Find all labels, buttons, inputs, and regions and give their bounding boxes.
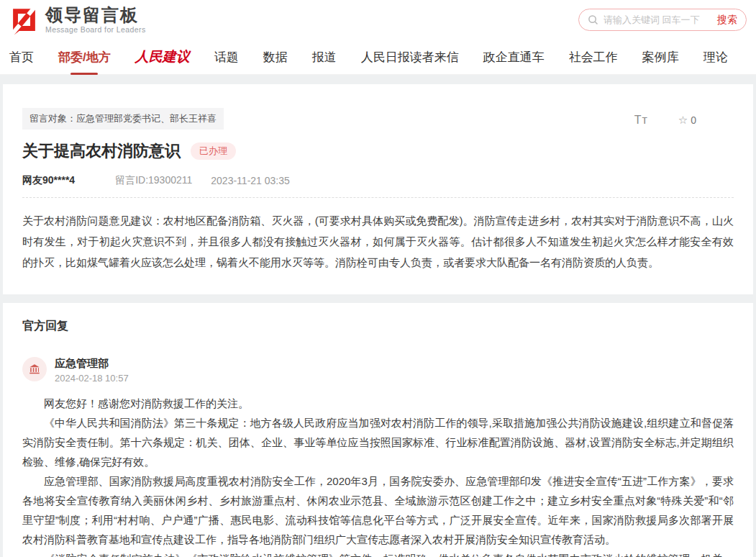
message-title: 关于提高农村消防意识: [22, 140, 181, 162]
message-card: 留言对象：应急管理部党委书记、部长王祥喜 Tᴛ ☆ 0 关于提高农村消防意识 已…: [3, 84, 753, 294]
star-icon: ☆: [678, 114, 688, 127]
status-badge: 已办理: [191, 142, 236, 160]
message-author: 网友90****4: [22, 174, 75, 187]
reply-body: 网友您好！感谢您对消防救援工作的关注。《中华人民共和国消防法》第三十条规定：地方…: [22, 394, 734, 557]
reply-paragraph: 网友您好！感谢您对消防救援工作的关注。: [22, 394, 734, 413]
nav-item-data[interactable]: 数据: [263, 46, 288, 68]
search-box[interactable]: 搜索: [578, 9, 747, 31]
official-reply-card: 官方回复 应急管理部 2024-02-18 10:57 网友您好！感谢您对消防救…: [3, 303, 753, 557]
message-date: 2023-11-21 03:35: [211, 175, 290, 186]
message-board-logo-icon: [9, 5, 39, 35]
font-size-toggle-icon[interactable]: Tᴛ: [634, 114, 648, 127]
divider: [22, 197, 734, 198]
nav-item-home[interactable]: 首页: [9, 46, 34, 68]
reply-paragraph: 《中华人民共和国消防法》第三十条规定：地方各级人民政府应当加强对农村消防工作的领…: [22, 413, 734, 471]
reply-agency-name: 应急管理部: [55, 357, 129, 370]
nav-item-ministries-local[interactable]: 部委/地方: [58, 46, 111, 68]
nav-item-theory[interactable]: 理论: [703, 46, 728, 68]
site-logo[interactable]: 领导留言板 Message Board for Leaders: [9, 5, 146, 35]
agency-avatar: [22, 357, 47, 381]
nav-item-reports[interactable]: 报道: [312, 46, 337, 68]
nav-item-social-work[interactable]: 社会工作: [569, 46, 618, 68]
message-target-badge: 留言对象：应急管理部党委书记、部长王祥喜: [22, 108, 224, 130]
site-title: 领导留言板: [45, 6, 146, 24]
reply-date: 2024-02-18 10:57: [55, 373, 129, 384]
nav-item-people-suggestions[interactable]: 人民建议: [135, 45, 190, 69]
nav-item-case-library[interactable]: 案例库: [642, 46, 679, 68]
search-input[interactable]: [604, 14, 717, 25]
reply-paragraph: 应急管理部、国家消防救援局高度重视农村消防安全工作，2020年3月，国务院安委办…: [22, 471, 734, 549]
favorite-button[interactable]: ☆ 0: [678, 114, 696, 127]
nav-item-topics[interactable]: 话题: [214, 46, 239, 68]
nav-item-gov-enterprise[interactable]: 政企直通车: [483, 46, 545, 68]
message-body: 关于农村消防问题意见建议：农村地区配备消防箱、灭火器，(可要求村具体购买或免费配…: [22, 210, 734, 273]
site-header: 领导留言板 Message Board for Leaders 搜索: [0, 0, 756, 40]
search-icon: [588, 14, 598, 25]
government-building-icon: [28, 363, 41, 376]
reply-section-title: 官方回复: [22, 319, 734, 334]
site-subtitle: Message Board for Leaders: [45, 25, 146, 34]
message-id: 留言ID:19300211: [115, 174, 192, 187]
main-nav: 首页 部委/地方 人民建议 话题 数据 报道 人民日报读者来信 政企直通车 社会…: [0, 40, 756, 75]
search-button[interactable]: 搜索: [717, 14, 737, 27]
nav-item-reader-letters[interactable]: 人民日报读者来信: [361, 46, 459, 68]
favorite-count: 0: [691, 114, 696, 126]
reply-paragraph: 《消防安全责任制实施办法》《市政消防给水设施维护管理》等文件、标准明确：供水单位…: [22, 549, 734, 557]
